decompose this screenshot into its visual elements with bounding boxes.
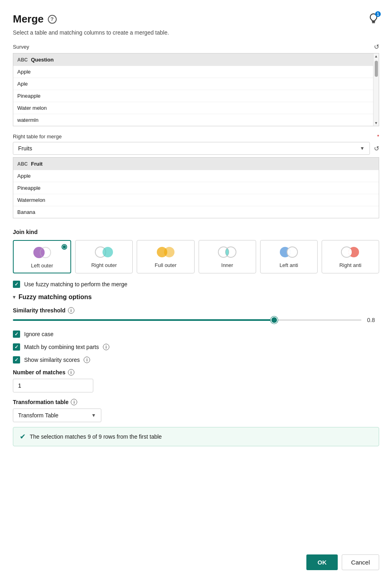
- match-combining-row[interactable]: ✓ Match by combining text parts i: [13, 343, 379, 351]
- left-table-label: Survey ↺: [13, 43, 379, 51]
- dialog-title: Merge: [13, 13, 44, 25]
- left-table-refresh-btn[interactable]: ↺: [374, 43, 379, 51]
- header-row: Merge ? 1: [13, 13, 379, 25]
- scroll-up-arrow[interactable]: ▲: [374, 53, 379, 59]
- join-options: Left outer Right outer Full outer: [13, 240, 379, 273]
- dialog-subtitle: Select a table and matching columns to c…: [13, 29, 379, 36]
- similarity-threshold-label: Similarity threshold i: [13, 307, 379, 314]
- required-star: *: [377, 133, 379, 140]
- similarity-slider-track[interactable]: [13, 319, 361, 321]
- transformation-table-dropdown[interactable]: Transform Table ▼: [13, 409, 101, 422]
- right-table-dropdown[interactable]: Fruits ▼: [13, 142, 370, 155]
- tip-badge: 1: [375, 11, 381, 17]
- similarity-slider-row: 0.8: [13, 317, 379, 323]
- join-option-label: Full outer: [155, 262, 177, 268]
- fuzzy-options-title: Fuzzy matching options: [18, 294, 92, 301]
- join-option-right-outer[interactable]: Right outer: [75, 240, 133, 273]
- table-row[interactable]: watermln: [13, 114, 379, 126]
- match-combining-checkbox[interactable]: ✓: [13, 343, 20, 351]
- join-option-label: Right anti: [339, 262, 361, 268]
- ignore-case-label: Ignore case: [24, 331, 53, 337]
- right-table-body[interactable]: Apple Pineapple Watermelon Banana: [13, 170, 379, 218]
- join-kind-label: Join kind: [13, 229, 379, 235]
- title-area: Merge ?: [13, 13, 57, 25]
- transformation-table-info-icon[interactable]: i: [71, 399, 77, 405]
- left-table-header: ABC Question: [13, 53, 379, 66]
- table-row[interactable]: Apple: [13, 170, 379, 182]
- svg-point-5: [164, 247, 174, 257]
- table-row[interactable]: Water melon: [13, 102, 379, 114]
- status-text: The selection matches 9 of 9 rows from t…: [30, 433, 162, 440]
- join-option-label: Right outer: [91, 262, 117, 268]
- table-row[interactable]: Banana: [13, 206, 379, 218]
- right-table-container: ABC Fruit Apple Pineapple Watermelon Ban…: [13, 157, 379, 218]
- left-table-scrollbar[interactable]: ▲ ▼: [373, 53, 379, 126]
- ignore-case-checkbox[interactable]: ✓: [13, 331, 20, 338]
- join-option-left-outer[interactable]: Left outer: [13, 240, 71, 273]
- svg-point-3: [103, 247, 113, 257]
- join-option-left-anti[interactable]: Left anti: [260, 240, 318, 273]
- tip-icon[interactable]: 1: [368, 13, 379, 25]
- left-col-name: Question: [31, 57, 53, 63]
- join-option-inner[interactable]: Inner: [199, 240, 256, 273]
- transform-chevron-icon: ▼: [91, 413, 96, 418]
- right-col-type-icon: ABC: [17, 161, 28, 167]
- slider-thumb[interactable]: [271, 316, 278, 324]
- transform-dropdown-value: Transform Table: [18, 412, 58, 419]
- match-combining-info-icon[interactable]: i: [103, 344, 109, 350]
- venn-right-outer: [94, 245, 115, 259]
- join-option-full-outer[interactable]: Full outer: [137, 240, 194, 273]
- ignore-case-row[interactable]: ✓ Ignore case: [13, 331, 379, 338]
- venn-left-anti: [278, 245, 299, 259]
- table-row[interactable]: Watermelon: [13, 194, 379, 206]
- scroll-thumb[interactable]: [375, 61, 378, 77]
- venn-inner: [217, 245, 238, 259]
- venn-full-outer: [155, 245, 176, 259]
- left-col-type-icon: ABC: [17, 57, 28, 63]
- show-similarity-checkbox[interactable]: ✓: [13, 356, 20, 363]
- dialog-footer: OK Cancel: [13, 548, 379, 570]
- table-row[interactable]: Aple: [13, 78, 379, 90]
- right-table-dropdown-row: Fruits ▼ ↺: [13, 142, 379, 155]
- join-option-right-anti[interactable]: Right anti: [322, 240, 379, 273]
- dropdown-value: Fruits: [18, 145, 32, 152]
- left-table-container: ABC Question Apple Aple Pineapple Water …: [13, 53, 379, 126]
- join-option-label: Left outer: [31, 263, 53, 269]
- selected-indicator: [62, 244, 67, 250]
- join-option-label: Left anti: [279, 262, 298, 268]
- number-of-matches-info-icon[interactable]: i: [68, 369, 74, 376]
- chevron-down-icon: ▼: [360, 146, 365, 151]
- left-table-body[interactable]: Apple Aple Pineapple Water melon waterml…: [13, 66, 379, 126]
- show-similarity-label: Show similarity scores: [24, 357, 80, 363]
- status-bar: ✔ The selection matches 9 of 9 rows from…: [13, 427, 379, 446]
- join-option-label: Inner: [221, 262, 233, 268]
- show-similarity-info-icon[interactable]: i: [84, 357, 90, 363]
- table-row[interactable]: Pineapple: [13, 182, 379, 194]
- slider-value: 0.8: [367, 317, 379, 323]
- venn-right-anti: [340, 245, 361, 259]
- number-of-matches-label: Number of matches i: [13, 369, 379, 376]
- cancel-button[interactable]: Cancel: [342, 554, 379, 570]
- number-of-matches-input[interactable]: [13, 379, 93, 392]
- table-row[interactable]: Pineapple: [13, 90, 379, 102]
- table-row[interactable]: Apple: [13, 66, 379, 78]
- ok-button[interactable]: OK: [306, 554, 338, 570]
- fuzzy-options-header[interactable]: ▾ Fuzzy matching options: [13, 294, 379, 301]
- scroll-down-arrow[interactable]: ▼: [374, 120, 379, 126]
- right-table-refresh-btn[interactable]: ↺: [374, 145, 379, 152]
- slider-fill: [13, 319, 274, 321]
- right-table-label: Right table for merge*: [13, 133, 379, 140]
- help-icon[interactable]: ?: [48, 15, 57, 24]
- show-similarity-row[interactable]: ✓ Show similarity scores i: [13, 356, 379, 363]
- match-combining-label: Match by combining text parts: [24, 344, 99, 350]
- transformation-table-label: Transformation table i: [13, 399, 379, 405]
- expand-chevron-icon: ▾: [13, 294, 15, 300]
- merge-dialog: Merge ? 1 Select a table and matching co…: [0, 0, 392, 583]
- venn-left-outer: [32, 246, 53, 259]
- similarity-info-icon[interactable]: i: [68, 307, 74, 314]
- right-table-header: ABC Fruit: [13, 158, 379, 170]
- fuzzy-matching-checkbox-row[interactable]: ✓ Use fuzzy matching to perform the merg…: [13, 281, 379, 288]
- right-col-name: Fruit: [31, 161, 43, 167]
- status-check-icon: ✔: [20, 432, 26, 441]
- fuzzy-matching-checkbox[interactable]: ✓: [13, 281, 20, 288]
